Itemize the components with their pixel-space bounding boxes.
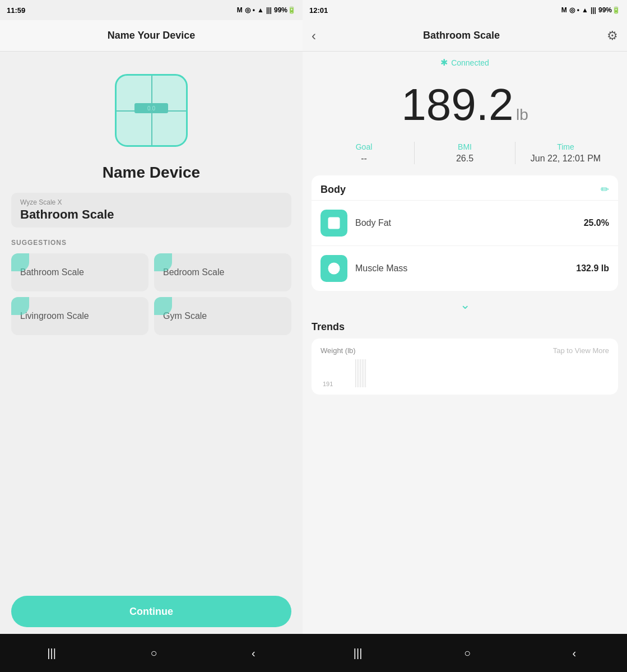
device-name-input-container[interactable]: Wyze Scale X Bathroom Scale bbox=[11, 193, 291, 228]
suggestion-livingroom[interactable]: Livingroom Scale bbox=[11, 297, 148, 335]
nav-home-icon-left[interactable]: ○ bbox=[150, 647, 157, 660]
suggestion-bathroom[interactable]: Bathroom Scale bbox=[11, 253, 148, 291]
msg-icon-r: ◎ bbox=[569, 6, 575, 14]
chart-header: Weight (lb) Tap to View More bbox=[321, 346, 609, 355]
trends-section: Trends Weight (lb) Tap to View More 191 bbox=[312, 321, 618, 395]
chart-line-6 bbox=[364, 359, 364, 387]
chart-label: Weight (lb) bbox=[321, 346, 356, 355]
body-fat-value: 25.0% bbox=[584, 218, 609, 228]
suggestion-gym[interactable]: Gym Scale bbox=[154, 297, 291, 335]
stat-bmi: BMI 26.5 bbox=[415, 142, 515, 164]
suggestions-grid: Bathroom Scale Bedroom Scale Livingroom … bbox=[11, 253, 291, 335]
name-device-label: Name Device bbox=[0, 164, 303, 182]
nav-home-icon-right[interactable]: ○ bbox=[464, 647, 471, 660]
battery-right: 99%🔋 bbox=[598, 6, 620, 14]
mail-icon: M bbox=[237, 6, 243, 14]
nav-bar-right: ||| ○ ‹ bbox=[303, 634, 627, 672]
chart-line-3 bbox=[359, 359, 359, 387]
signal-icon-r: ||| bbox=[591, 6, 596, 14]
wifi-icon: ▲ bbox=[257, 6, 264, 14]
left-panel: 11:59 M ◎ • ▲ ||| 99%🔋 Name Your Device … bbox=[0, 0, 303, 672]
body-fat-label: Body Fat bbox=[355, 218, 584, 228]
suggestions-label: SUGGESTIONS bbox=[11, 239, 291, 247]
body-fat-icon-wrap bbox=[321, 210, 347, 237]
body-title: Body bbox=[321, 184, 346, 196]
trends-title: Trends bbox=[312, 321, 618, 333]
chart-tap[interactable]: Tap to View More bbox=[553, 346, 609, 355]
nav-menu-icon-left[interactable]: ||| bbox=[47, 647, 56, 660]
weight-display: 189.2 lb bbox=[303, 68, 627, 136]
scale-vline bbox=[151, 76, 152, 145]
metric-muscle-mass: Muscle Mass 132.9 lb bbox=[312, 245, 618, 291]
svg-point-1 bbox=[328, 263, 340, 275]
msg-icon: ◎ bbox=[245, 6, 250, 14]
status-icons-left: M ◎ • ▲ ||| 99%🔋 bbox=[237, 6, 296, 14]
gear-icon[interactable]: ⚙ bbox=[607, 29, 618, 43]
stat-time: Time Jun 22, 12:01 PM bbox=[515, 142, 616, 164]
bluetooth-label: Connected bbox=[451, 58, 489, 67]
dot-icon-r: • bbox=[577, 6, 579, 14]
stats-row: Goal -- BMI 26.5 Time Jun 22, 12:01 PM bbox=[303, 136, 627, 170]
metric-body-fat: Body Fat 25.0% bbox=[312, 200, 618, 245]
suggestion-label-1: Bathroom Scale bbox=[20, 267, 84, 277]
muscle-mass-value: 132.9 lb bbox=[576, 263, 609, 274]
edit-icon[interactable]: ✏ bbox=[601, 183, 609, 196]
time-left: 11:59 bbox=[7, 6, 25, 15]
stat-bmi-label: BMI bbox=[415, 142, 515, 151]
scale-icon: 0.0 bbox=[115, 74, 188, 147]
scale-image-container: 0.0 bbox=[0, 52, 303, 158]
header-title-right: Bathroom Scale bbox=[423, 30, 500, 41]
weight-unit: lb bbox=[516, 106, 528, 123]
continue-button[interactable]: Continue bbox=[11, 596, 291, 627]
stat-bmi-value: 26.5 bbox=[415, 154, 515, 164]
device-name-value[interactable]: Bathroom Scale bbox=[20, 207, 282, 222]
suggestion-bedroom[interactable]: Bedroom Scale bbox=[154, 253, 291, 291]
device-subtitle: Wyze Scale X bbox=[20, 198, 282, 206]
chart-line-5 bbox=[362, 359, 363, 387]
suggestion-label-3: Livingroom Scale bbox=[20, 311, 89, 321]
back-button[interactable]: ‹ bbox=[312, 28, 316, 44]
suggestion-corner-4 bbox=[154, 297, 172, 315]
status-icons-right: M ◎ • ▲ ||| 99%🔋 bbox=[561, 6, 620, 14]
muscle-mass-icon-wrap bbox=[321, 255, 347, 282]
nav-back-icon-right[interactable]: ‹ bbox=[573, 647, 577, 660]
svg-rect-0 bbox=[328, 217, 340, 229]
stat-time-label: Time bbox=[515, 142, 616, 151]
wifi-icon-r: ▲ bbox=[582, 6, 588, 14]
suggestion-label-4: Gym Scale bbox=[163, 311, 207, 321]
header-left: Name Your Device bbox=[0, 20, 303, 52]
header-right: ‹ Bathroom Scale ⚙ bbox=[303, 20, 627, 52]
chart-line-7 bbox=[365, 359, 366, 387]
suggestion-label-2: Bedroom Scale bbox=[163, 267, 224, 277]
trends-chart[interactable]: Weight (lb) Tap to View More 191 bbox=[312, 339, 618, 395]
nav-menu-icon-right[interactable]: ||| bbox=[354, 647, 363, 660]
bluetooth-icon: ✱ bbox=[440, 57, 448, 68]
suggestion-corner-3 bbox=[11, 297, 29, 315]
bluetooth-status: ✱ Connected bbox=[303, 52, 627, 68]
suggestion-corner-1 bbox=[11, 253, 29, 271]
right-panel: 12:01 M ◎ • ▲ ||| 99%🔋 ‹ Bathroom Scale … bbox=[303, 0, 627, 672]
status-bar-left: 11:59 M ◎ • ▲ ||| 99%🔋 bbox=[0, 0, 303, 20]
signal-icon: ||| bbox=[266, 6, 272, 14]
header-title-left: Name Your Device bbox=[108, 30, 195, 41]
stat-goal: Goal -- bbox=[314, 142, 414, 164]
chart-line-1 bbox=[355, 359, 356, 387]
stat-goal-value: -- bbox=[314, 154, 414, 164]
chart-line-2 bbox=[357, 359, 357, 387]
weight-value: 189.2 bbox=[401, 80, 513, 129]
body-fat-icon bbox=[326, 215, 342, 231]
chart-y-label: 191 bbox=[323, 381, 333, 387]
chart-area: 191 bbox=[321, 359, 609, 387]
body-section: Body ✏ Body Fat 25.0% Muscle Mass 132.9 … bbox=[312, 175, 618, 291]
nav-back-icon-left[interactable]: ‹ bbox=[252, 647, 256, 660]
mail-icon-r: M bbox=[561, 6, 567, 14]
nav-bar-left: ||| ○ ‹ bbox=[0, 634, 303, 672]
suggestion-corner-2 bbox=[154, 253, 172, 271]
muscle-mass-label: Muscle Mass bbox=[355, 263, 576, 274]
dot-icon: • bbox=[253, 6, 255, 14]
status-bar-right: 12:01 M ◎ • ▲ ||| 99%🔋 bbox=[303, 0, 627, 20]
stat-goal-label: Goal bbox=[314, 142, 414, 151]
expand-chevron[interactable]: ⌄ bbox=[303, 291, 627, 319]
battery-left: 99%🔋 bbox=[274, 6, 296, 14]
chart-bars bbox=[355, 359, 607, 387]
